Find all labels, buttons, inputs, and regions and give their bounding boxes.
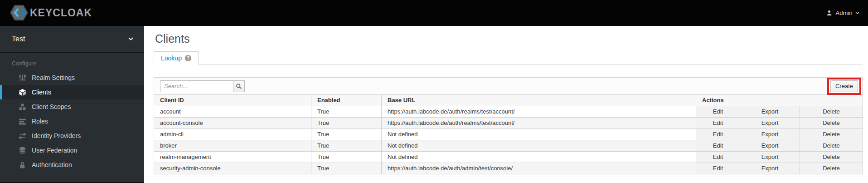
user-menu[interactable]: Admin: [817, 0, 868, 26]
sidebar-item-identity-providers[interactable]: Identity Providers: [0, 129, 144, 143]
tab-bar: Lookup ?: [154, 51, 863, 64]
table-row: security-admin-console True https://auth…: [154, 163, 863, 174]
base-url-value: Not defined: [382, 129, 696, 140]
export-button[interactable]: Export: [740, 163, 800, 174]
edit-button[interactable]: Edit: [696, 140, 740, 152]
export-button[interactable]: Export: [740, 118, 800, 129]
base-url-value: Not defined: [382, 140, 696, 152]
realm-name-label: Test: [12, 35, 25, 43]
enabled-value: True: [311, 152, 382, 163]
base-url-link[interactable]: https://auth.labcode.de/auth/admin/test/…: [382, 163, 696, 174]
edit-button[interactable]: Edit: [696, 118, 740, 129]
list-bars-icon: [19, 118, 26, 125]
base-url-link[interactable]: https://auth.labcode.de/auth/realms/test…: [382, 106, 696, 118]
delete-button[interactable]: Delete: [800, 152, 863, 163]
chevron-down-icon: [128, 37, 133, 41]
enabled-value: True: [311, 140, 382, 152]
help-icon[interactable]: ?: [185, 55, 191, 61]
edit-button[interactable]: Edit: [696, 129, 740, 140]
delete-button[interactable]: Delete: [800, 129, 863, 140]
keycloak-logo[interactable]: KEYCLOAK: [10, 5, 92, 21]
export-button[interactable]: Export: [740, 140, 800, 152]
base-url-link[interactable]: https://auth.labcode.de/auth/realms/test…: [382, 118, 696, 129]
enabled-value: True: [311, 106, 382, 118]
sidebar-item-clients[interactable]: Clients: [0, 85, 144, 99]
table-row: realm-management True Not defined Edit E…: [154, 152, 863, 163]
user-icon: [826, 10, 833, 16]
col-header-actions: Actions: [696, 95, 863, 106]
client-id-link[interactable]: realm-management: [154, 152, 311, 163]
search-group: [160, 80, 245, 92]
col-header-base-url: Base URL: [382, 95, 696, 106]
sidebar-item-label: Client Scopes: [32, 103, 71, 110]
edit-button[interactable]: Edit: [696, 152, 740, 163]
sidebar-item-label: Realm Settings: [32, 74, 75, 81]
enabled-value: True: [311, 163, 382, 174]
enabled-value: True: [311, 118, 382, 129]
sidebar: Test Configure Realm Settings Clients: [0, 26, 144, 183]
table-header-row: Client ID Enabled Base URL Actions: [154, 95, 863, 106]
create-button-wrap: Create: [830, 80, 858, 92]
delete-button[interactable]: Delete: [800, 118, 863, 129]
sidebar-item-label: Identity Providers: [32, 132, 81, 139]
cube-icon: [19, 89, 26, 96]
edit-button[interactable]: Edit: [696, 106, 740, 118]
edit-button[interactable]: Edit: [696, 163, 740, 174]
export-button[interactable]: Export: [740, 106, 800, 118]
tab-label: Lookup: [161, 54, 182, 62]
create-button[interactable]: Create: [830, 80, 858, 92]
sidebar-item-label: Authentication: [32, 161, 72, 168]
col-header-client-id: Client ID: [154, 95, 311, 106]
tab-lookup[interactable]: Lookup ?: [154, 51, 199, 64]
delete-button[interactable]: Delete: [800, 106, 863, 118]
table-row: account-console True https://auth.labcod…: [154, 118, 863, 129]
brand-name: KEYCLOAK: [30, 7, 92, 19]
top-navbar: KEYCLOAK Admin: [0, 0, 868, 26]
sidebar-item-label: Clients: [32, 89, 51, 96]
export-button[interactable]: Export: [740, 129, 800, 140]
export-button[interactable]: Export: [740, 152, 800, 163]
user-name-label: Admin: [836, 10, 853, 16]
base-url-value: Not defined: [382, 152, 696, 163]
main-content: Clients Lookup ? Create: [144, 26, 868, 183]
table-row: account True https://auth.labcode.de/aut…: [154, 106, 863, 118]
database-icon: [19, 147, 26, 154]
clients-table-panel: Create Client ID Enabled Base URL Action…: [154, 77, 863, 174]
table-toolbar: Create: [154, 77, 863, 94]
client-id-link[interactable]: security-admin-console: [154, 163, 311, 174]
delete-button[interactable]: Delete: [800, 163, 863, 174]
delete-button[interactable]: Delete: [800, 140, 863, 152]
sliders-icon: [19, 74, 26, 82]
sidebar-item-roles[interactable]: Roles: [0, 114, 144, 129]
search-input[interactable]: [160, 80, 233, 92]
sidebar-item-label: Roles: [32, 118, 48, 125]
keycloak-hexagon-icon: [10, 5, 28, 21]
page-title: Clients: [155, 32, 868, 45]
exchange-arrows-icon: [19, 132, 26, 140]
enabled-value: True: [311, 129, 382, 140]
sidebar-section-label: Configure: [12, 60, 144, 67]
cubes-icon: [19, 103, 26, 111]
table-row: admin-cli True Not defined Edit Export D…: [154, 129, 863, 140]
sidebar-item-realm-settings[interactable]: Realm Settings: [0, 70, 144, 85]
client-id-link[interactable]: admin-cli: [154, 129, 311, 140]
realm-selector[interactable]: Test: [0, 26, 144, 53]
clients-table: Client ID Enabled Base URL Actions accou…: [154, 94, 863, 174]
lock-icon: [19, 161, 26, 169]
sidebar-item-label: User Federation: [32, 147, 77, 154]
sidebar-item-authentication[interactable]: Authentication: [0, 158, 144, 172]
client-id-link[interactable]: broker: [154, 140, 311, 152]
search-button[interactable]: [233, 80, 245, 92]
client-id-link[interactable]: account: [154, 106, 311, 118]
sidebar-item-user-federation[interactable]: User Federation: [0, 143, 144, 158]
chevron-down-icon: [855, 12, 859, 15]
table-row: broker True Not defined Edit Export Dele…: [154, 140, 863, 152]
client-id-link[interactable]: account-console: [154, 118, 311, 129]
sidebar-item-client-scopes[interactable]: Client Scopes: [0, 99, 144, 114]
search-icon: [236, 83, 242, 89]
col-header-enabled: Enabled: [311, 95, 382, 106]
